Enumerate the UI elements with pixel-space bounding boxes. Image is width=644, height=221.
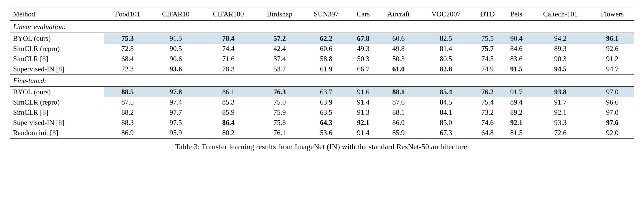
method-cell: SimCLR [8] (10, 54, 104, 64)
value-cell: 61.9 (303, 64, 349, 75)
method-cell: BYOL (ours) (10, 33, 104, 44)
value-cell: 97.6 (591, 118, 634, 128)
value-cell: 82.5 (420, 33, 472, 44)
table-row: SimCLR [8]88.297.785.975.963.591.388.184… (10, 107, 634, 118)
value-cell: 84.1 (420, 107, 472, 118)
value-cell: 90.6 (151, 54, 201, 64)
value-cell: 67.8 (349, 33, 377, 44)
value-cell: 75.9 (256, 107, 303, 118)
value-cell: 74.9 (472, 64, 503, 75)
method-name: Random init (13, 129, 48, 137)
value-cell: 85.9 (377, 128, 420, 138)
value-cell: 91.3 (151, 33, 201, 44)
value-cell: 86.0 (377, 118, 420, 128)
value-cell: 63.9 (303, 97, 349, 107)
value-cell: 94.2 (530, 33, 591, 44)
value-cell: 84.6 (503, 44, 530, 54)
value-cell: 88.5 (104, 87, 151, 97)
col-flowers: Flowers (591, 7, 634, 21)
method-cell: Supervised-IN [8] (10, 64, 104, 75)
col-food101: Food101 (104, 7, 151, 21)
value-cell: 75.4 (472, 97, 503, 107)
value-cell: 67.3 (420, 128, 472, 138)
value-cell: 72.8 (104, 44, 151, 54)
table-row: BYOL (ours)75.391.378.457.262.267.860.68… (10, 33, 634, 44)
value-cell: 91.4 (349, 128, 377, 138)
value-cell: 74.4 (201, 44, 256, 54)
value-cell: 89.3 (530, 44, 591, 54)
value-cell: 96.6 (591, 97, 634, 107)
col-dtd: DTD (472, 7, 503, 21)
method-name: Supervised-IN (13, 65, 54, 73)
col-birdsnap: Birdsnap (256, 7, 303, 21)
method-cell: BYOL (ours) (10, 87, 104, 97)
value-cell: 63.5 (303, 107, 349, 118)
value-cell: 85.0 (420, 118, 472, 128)
value-cell: 93.6 (151, 64, 201, 75)
col-voc2007: VOC2007 (420, 7, 472, 21)
col-cars: Cars (349, 7, 377, 21)
value-cell: 92.1 (503, 118, 530, 128)
value-cell: 76.3 (256, 87, 303, 97)
table-row: SimCLR (repro)87.597.485.375.063.991.487… (10, 97, 634, 107)
section-label: Linear evaluation: (10, 21, 634, 33)
value-cell: 73.2 (472, 107, 503, 118)
value-cell: 60.6 (303, 44, 349, 54)
table-row: BYOL (ours)88.597.886.176.363.791.688.18… (10, 87, 634, 97)
citation: 8 (42, 55, 46, 63)
col-aircraft: Aircraft (377, 7, 420, 21)
value-cell: 78.3 (201, 64, 256, 75)
citation: 8 (42, 109, 46, 116)
value-cell: 72.6 (530, 128, 591, 138)
value-cell: 92.1 (349, 118, 377, 128)
caption-prefix: Table 3: (175, 143, 202, 151)
value-cell: 75.0 (256, 97, 303, 107)
col-cifar100: CIFAR100 (201, 7, 256, 21)
value-cell: 78.4 (201, 33, 256, 44)
value-cell: 68.4 (104, 54, 151, 64)
value-cell: 97.0 (591, 87, 634, 97)
value-cell: 61.0 (377, 64, 420, 75)
value-cell: 75.8 (256, 118, 303, 128)
value-cell: 88.2 (104, 107, 151, 118)
value-cell: 91.7 (530, 97, 591, 107)
value-cell: 89.2 (503, 107, 530, 118)
value-cell: 88.3 (104, 118, 151, 128)
col-caltech-101: Caltech-101 (530, 7, 591, 21)
value-cell: 97.5 (151, 118, 201, 128)
value-cell: 90.4 (503, 33, 530, 44)
value-cell: 93.3 (530, 118, 591, 128)
value-cell: 91.7 (503, 87, 530, 97)
value-cell: 75.7 (472, 44, 503, 54)
value-cell: 88.1 (377, 87, 420, 97)
table-row: SimCLR [8]68.490.671.637.458.850.350.380… (10, 54, 634, 64)
value-cell: 91.5 (503, 64, 530, 75)
value-cell: 93.8 (530, 87, 591, 97)
method-name: SimCLR (13, 55, 38, 63)
value-cell: 75.5 (472, 33, 503, 44)
value-cell: 85.3 (201, 97, 256, 107)
value-cell: 76.2 (472, 87, 503, 97)
value-cell: 90.5 (151, 44, 201, 54)
col-cifar10: CIFAR10 (151, 7, 201, 21)
value-cell: 80.2 (201, 128, 256, 138)
value-cell: 37.4 (256, 54, 303, 64)
value-cell: 86.4 (201, 118, 256, 128)
value-cell: 91.3 (349, 107, 377, 118)
method-name: SimCLR (13, 109, 38, 116)
value-cell: 91.4 (349, 97, 377, 107)
value-cell: 60.6 (377, 33, 420, 44)
col-pets: Pets (503, 7, 530, 21)
value-cell: 75.3 (104, 33, 151, 44)
table-caption: Table 3: Transfer learning results from … (10, 143, 634, 151)
results-table: MethodFood101CIFAR10CIFAR100BirdsnapSUN3… (10, 7, 634, 139)
value-cell: 53.7 (256, 64, 303, 75)
section-label: Fine-tuned: (10, 74, 634, 86)
value-cell: 88.1 (377, 107, 420, 118)
col-method: Method (10, 7, 104, 21)
value-cell: 89.4 (503, 97, 530, 107)
value-cell: 81.5 (503, 128, 530, 138)
value-cell: 97.0 (591, 107, 634, 118)
value-cell: 50.3 (377, 54, 420, 64)
table-row: Random init [8]86.995.980.276.153.691.48… (10, 128, 634, 138)
